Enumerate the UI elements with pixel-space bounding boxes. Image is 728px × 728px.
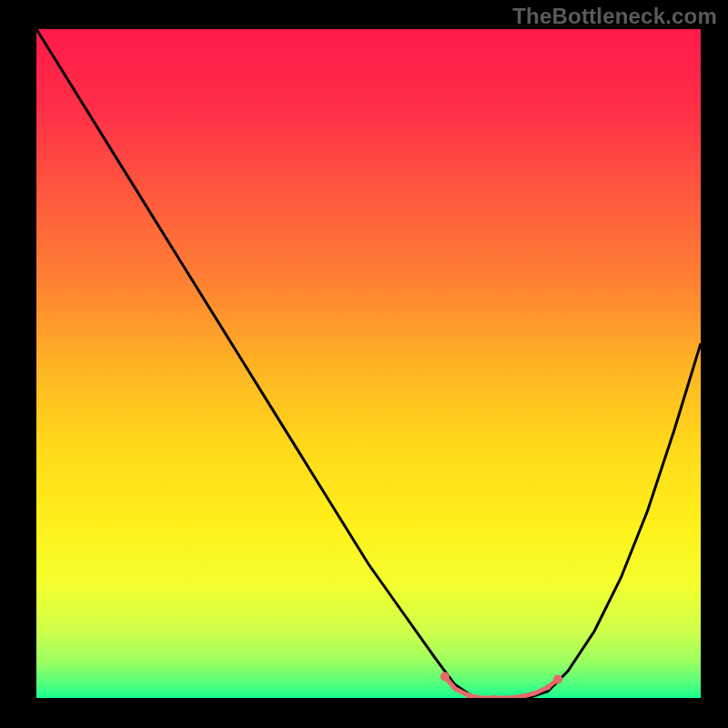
svg-point-1 xyxy=(440,672,450,682)
svg-point-6 xyxy=(545,684,551,690)
svg-point-4 xyxy=(492,695,498,701)
bottleneck-chart xyxy=(0,0,728,728)
svg-point-2 xyxy=(553,674,562,683)
chart-container: { "watermark": "TheBottleneck.com", "cha… xyxy=(0,0,728,728)
watermark-text: TheBottleneck.com xyxy=(512,4,717,29)
svg-point-5 xyxy=(519,694,524,700)
gradient-background xyxy=(36,29,701,698)
svg-point-3 xyxy=(466,693,471,698)
